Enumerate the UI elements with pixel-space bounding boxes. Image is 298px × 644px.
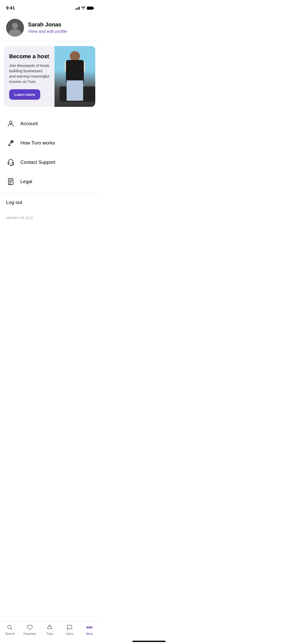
wifi-icon [81,7,85,10]
host-banner-title: Become a host [9,53,49,60]
svg-rect-6 [8,179,13,185]
profile-info: Sarah Jonas View and edit profile [28,21,67,34]
menu-item-account[interactable]: Account [0,114,99,133]
menu-item-contact-support[interactable]: Contact Support [0,153,99,172]
profile-edit-link[interactable]: View and edit profile [28,29,67,34]
svg-point-5 [10,165,11,166]
menu-item-legal[interactable]: Legal [0,172,99,191]
person-icon [6,119,15,128]
host-banner-description: Join thousands of hosts building busines… [9,63,49,84]
menu-item-how-turo-works[interactable]: How Turo works [0,133,99,153]
svg-point-2 [11,141,12,142]
svg-point-0 [9,121,12,124]
status-time: 9:41 [6,6,15,11]
document-icon [6,177,15,186]
profile-section: Sarah Jonas View and edit profile [0,13,99,41]
menu-label-how-turo: How Turo works [20,140,55,146]
version-text: Version 24.12.0 [0,211,99,245]
divider-profile [0,41,99,41]
svg-rect-3 [8,163,9,164]
profile-name: Sarah Jonas [28,21,67,28]
status-icons [75,7,93,10]
menu-label-legal: Legal [20,179,32,184]
host-banner-image [55,46,95,107]
menu-label-account: Account [20,121,38,126]
signal-bars-icon [75,7,80,10]
avatar [6,19,24,37]
menu-label-contact-support: Contact Support [20,159,55,165]
headset-icon [6,158,15,167]
car-key-icon [6,138,15,148]
menu-section: Account How Turo works Contact Support [0,112,99,193]
learn-more-button[interactable]: Learn more [9,89,40,100]
logout-button[interactable]: Log out [6,200,22,205]
svg-rect-4 [12,163,13,164]
host-banner: Become a host Join thousands of hosts bu… [4,46,95,107]
logout-section: Log out [0,194,99,211]
status-bar: 9:41 [0,0,99,13]
host-banner-content: Become a host Join thousands of hosts bu… [4,46,55,107]
battery-icon [87,7,93,10]
